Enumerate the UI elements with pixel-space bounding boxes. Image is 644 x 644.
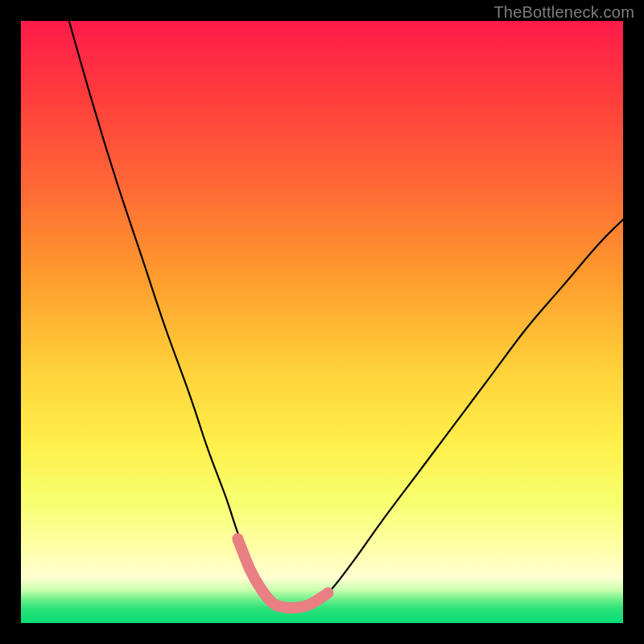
optimal-band <box>237 539 328 608</box>
bottleneck-curve <box>69 21 623 607</box>
watermark-text: TheBottleneck.com <box>493 3 634 22</box>
outer-frame: TheBottleneck.com <box>0 0 644 644</box>
plot-area <box>21 21 623 623</box>
chart-svg <box>21 21 623 623</box>
